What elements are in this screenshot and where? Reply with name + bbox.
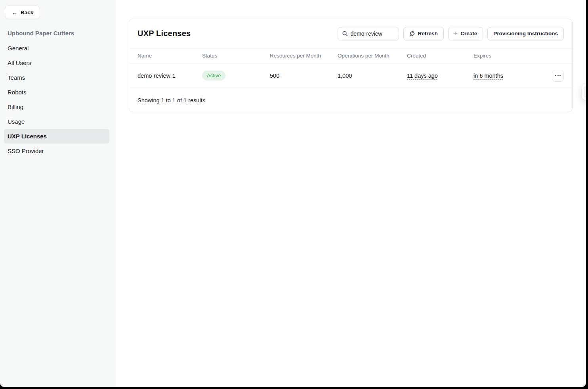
column-header-operations: Operations per Month	[338, 53, 407, 59]
back-button-label: Back	[21, 10, 33, 15]
sidebar-nav: General All Users Teams Robots Billing U…	[0, 41, 116, 158]
actions-cell	[543, 70, 564, 82]
plus-icon: +	[454, 30, 458, 36]
table-footer: Showing 1 to 1 of 1 results	[129, 88, 572, 112]
sidebar-item-billing[interactable]: Billing	[4, 100, 109, 114]
sidebar: ← Back Upbound Paper Cutters General All…	[0, 0, 116, 387]
app-window: ← Back Upbound Paper Cutters General All…	[0, 0, 586, 387]
column-header-name: Name	[137, 53, 202, 59]
search-icon	[342, 31, 348, 36]
provisioning-instructions-label: Provisioning Instructions	[493, 31, 558, 36]
menu-item-download-license[interactable]: Download License	[584, 86, 586, 98]
search-input[interactable]	[351, 31, 394, 37]
search-box	[338, 27, 399, 40]
org-name: Upbound Paper Cutters	[8, 30, 74, 36]
uxp-licenses-card: UXP Licenses	[129, 19, 573, 112]
refresh-icon	[409, 31, 415, 36]
refresh-button[interactable]: Refresh	[403, 27, 444, 40]
ellipsis-icon	[559, 75, 561, 76]
sidebar-item-usage[interactable]: Usage	[4, 114, 109, 129]
license-name: demo-review-1	[137, 73, 202, 79]
refresh-button-label: Refresh	[418, 31, 438, 36]
header-controls: Refresh + Create Provisioning Instructio…	[338, 27, 564, 40]
row-actions-dropdown: Download License	[582, 84, 586, 100]
main-content: UXP Licenses	[116, 0, 586, 387]
results-count: Showing 1 to 1 of 1 results	[137, 97, 205, 103]
row-actions-menu-button[interactable]	[552, 70, 564, 82]
status-cell: Active	[202, 71, 270, 80]
resources-per-month-value: 500	[270, 73, 338, 79]
created-cell: 11 days ago	[407, 73, 473, 79]
status-badge: Active	[202, 71, 225, 80]
arrow-left-icon: ←	[11, 10, 17, 15]
column-header-status: Status	[202, 53, 270, 59]
ellipsis-icon	[555, 75, 556, 76]
sidebar-item-teams[interactable]: Teams	[4, 70, 109, 85]
card-header: UXP Licenses	[129, 19, 572, 48]
sidebar-item-all-users[interactable]: All Users	[4, 56, 109, 70]
create-button-label: Create	[460, 31, 477, 36]
sidebar-item-general[interactable]: General	[4, 41, 109, 56]
provisioning-instructions-button[interactable]: Provisioning Instructions	[487, 27, 564, 40]
column-header-expires: Expires	[473, 53, 543, 59]
table-header-row: Name Status Resources per Month Operatio…	[129, 48, 572, 63]
create-button[interactable]: + Create	[448, 27, 483, 40]
created-value[interactable]: 11 days ago	[407, 73, 438, 79]
sidebar-item-robots[interactable]: Robots	[4, 85, 109, 100]
expires-value[interactable]: in 6 months	[473, 73, 503, 79]
sidebar-item-uxp-licenses[interactable]: UXP Licenses	[4, 129, 109, 144]
column-header-created: Created	[407, 53, 473, 59]
expires-cell: in 6 months	[473, 73, 543, 79]
sidebar-item-sso-provider[interactable]: SSO Provider	[4, 144, 109, 158]
page-title: UXP Licenses	[137, 29, 191, 38]
column-header-resources: Resources per Month	[270, 53, 338, 59]
ellipsis-icon	[557, 75, 559, 76]
back-button[interactable]: ← Back	[5, 6, 40, 19]
table-row: demo-review-1 Active 500 1,000 11 days a…	[129, 63, 572, 88]
operations-per-month-value: 1,000	[338, 73, 407, 79]
